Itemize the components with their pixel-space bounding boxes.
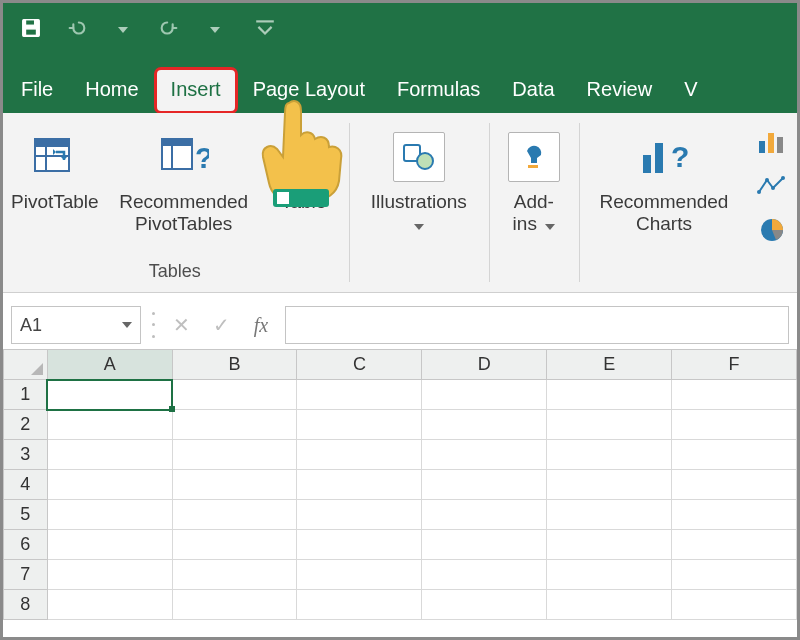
tab-data[interactable]: Data: [496, 68, 570, 113]
cell[interactable]: [172, 410, 297, 440]
row-header[interactable]: 7: [4, 560, 48, 590]
formula-input[interactable]: [285, 306, 789, 344]
row-header[interactable]: 1: [4, 380, 48, 410]
select-all-corner[interactable]: [4, 350, 48, 380]
cell[interactable]: [297, 590, 422, 620]
fx-icon[interactable]: fx: [245, 308, 277, 342]
name-box[interactable]: A1: [11, 306, 141, 344]
cell[interactable]: [547, 410, 672, 440]
cell[interactable]: [672, 440, 797, 470]
cell[interactable]: [422, 530, 547, 560]
cell[interactable]: [47, 380, 172, 410]
cell[interactable]: [172, 440, 297, 470]
cell[interactable]: [422, 590, 547, 620]
undo-icon[interactable]: [63, 14, 91, 42]
row-header[interactable]: 4: [4, 470, 48, 500]
svg-rect-19: [643, 155, 651, 173]
column-header[interactable]: B: [172, 350, 297, 380]
column-chart-icon[interactable]: [755, 127, 789, 157]
tab-view[interactable]: V: [668, 68, 713, 113]
cell[interactable]: [547, 560, 672, 590]
column-header[interactable]: C: [297, 350, 422, 380]
cell[interactable]: [547, 440, 672, 470]
addins-button[interactable]: Add- ins: [499, 123, 569, 235]
cell[interactable]: [672, 410, 797, 440]
cell[interactable]: [172, 530, 297, 560]
recommended-charts-button[interactable]: ? Recommended Charts: [589, 123, 739, 235]
cell[interactable]: [47, 440, 172, 470]
row-header[interactable]: 6: [4, 530, 48, 560]
cell[interactable]: [547, 500, 672, 530]
cell[interactable]: [547, 470, 672, 500]
cell[interactable]: [47, 560, 172, 590]
undo-dropdown-icon[interactable]: [109, 14, 137, 42]
cell[interactable]: [672, 560, 797, 590]
cell[interactable]: [47, 530, 172, 560]
illustrations-button[interactable]: Illustrations: [359, 123, 479, 235]
column-header[interactable]: D: [422, 350, 547, 380]
svg-rect-8: [162, 139, 192, 146]
redo-icon[interactable]: [155, 14, 183, 42]
cell[interactable]: [297, 500, 422, 530]
worksheet-grid[interactable]: A B C D E F 1 2 3 4 5 6 7 8: [3, 349, 797, 637]
row-header[interactable]: 5: [4, 500, 48, 530]
cell[interactable]: [172, 500, 297, 530]
cell[interactable]: [297, 440, 422, 470]
ribbon-group-charts: ? Recommended Charts: [581, 113, 747, 292]
tab-page-layout[interactable]: Page Layout: [237, 68, 381, 113]
cell[interactable]: [47, 590, 172, 620]
cell[interactable]: [297, 410, 422, 440]
cell[interactable]: [172, 560, 297, 590]
cell[interactable]: [672, 500, 797, 530]
cell[interactable]: [297, 380, 422, 410]
cell[interactable]: [172, 590, 297, 620]
tab-review[interactable]: Review: [571, 68, 669, 113]
cell[interactable]: [172, 470, 297, 500]
cell[interactable]: [47, 410, 172, 440]
cell[interactable]: [547, 530, 672, 560]
table-button[interactable]: Table: [269, 123, 339, 213]
formula-bar-grip[interactable]: [149, 308, 157, 342]
line-chart-icon[interactable]: [755, 171, 789, 201]
column-header[interactable]: E: [547, 350, 672, 380]
cell[interactable]: [547, 590, 672, 620]
cell[interactable]: [47, 500, 172, 530]
cell[interactable]: [172, 380, 297, 410]
cell[interactable]: [672, 590, 797, 620]
cell[interactable]: [547, 380, 672, 410]
cell[interactable]: [297, 560, 422, 590]
row-header[interactable]: 3: [4, 440, 48, 470]
save-icon[interactable]: [17, 14, 45, 42]
tab-insert[interactable]: Insert: [155, 68, 237, 113]
row-header[interactable]: 2: [4, 410, 48, 440]
cell[interactable]: [422, 440, 547, 470]
qat-customize-icon[interactable]: [251, 14, 279, 42]
cell[interactable]: [297, 530, 422, 560]
recommended-pivot-tables-button[interactable]: ? Recommended PivotTables: [109, 123, 259, 235]
pivot-table-button[interactable]: PivotTable: [11, 123, 99, 213]
cell[interactable]: [422, 380, 547, 410]
pie-chart-icon[interactable]: [755, 215, 789, 245]
recommended-charts-label-2: Charts: [636, 213, 692, 234]
cell[interactable]: [422, 470, 547, 500]
cell[interactable]: [47, 470, 172, 500]
row-header[interactable]: 8: [4, 590, 48, 620]
ribbon-group-addins: Add- ins: [491, 113, 577, 292]
cell[interactable]: [422, 410, 547, 440]
illustrations-label: Illustrations: [371, 191, 467, 212]
redo-dropdown-icon[interactable]: [201, 14, 229, 42]
tab-file[interactable]: File: [15, 68, 69, 113]
column-header[interactable]: F: [672, 350, 797, 380]
tab-formulas[interactable]: Formulas: [381, 68, 496, 113]
cell[interactable]: [672, 380, 797, 410]
cell[interactable]: [672, 470, 797, 500]
cell[interactable]: [297, 470, 422, 500]
column-header[interactable]: A: [47, 350, 172, 380]
svg-rect-2: [26, 29, 37, 35]
cell[interactable]: [422, 560, 547, 590]
svg-rect-18: [528, 165, 538, 168]
svg-point-25: [757, 190, 761, 194]
cell[interactable]: [422, 500, 547, 530]
tab-home[interactable]: Home: [69, 68, 154, 113]
cell[interactable]: [672, 530, 797, 560]
